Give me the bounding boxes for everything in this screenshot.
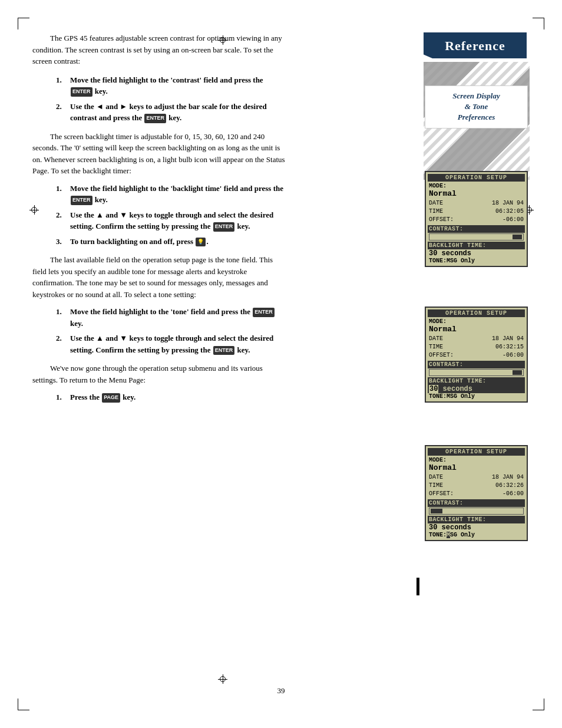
corner-mark-tl xyxy=(18,18,29,29)
corner-mark-br xyxy=(533,699,544,710)
screen3-date-label: DATE xyxy=(429,473,443,482)
screen1-header: OPERATION SETUP xyxy=(428,174,525,182)
screen2-mode-label: MODE: xyxy=(428,318,525,325)
screen3-mode-label: MODE: xyxy=(428,457,525,463)
screen3-mode-value: Normal xyxy=(428,463,525,473)
screen1-contrast-label: CONTRAST: xyxy=(428,225,525,233)
screen1-offset-label: OFFSET: xyxy=(429,216,454,224)
screen1-mode-label: MODE: xyxy=(428,183,525,189)
screen3-tone-row: TONE:MSG Only xyxy=(428,532,525,538)
subtitle-text: Screen Display & Tone Preferences xyxy=(431,91,521,123)
gps-screen-2: OPERATION SETUP MODE: Normal DATE 18 JAN… xyxy=(425,307,528,403)
screen3-header: OPERATION SETUP xyxy=(428,448,525,456)
screen1-date-value: 18 JAN 94 xyxy=(492,199,524,207)
screen1-time-row: TIME 06:32:05 xyxy=(428,207,525,216)
screen3-contrast-bar xyxy=(429,508,524,515)
backlight-step3: 3. To turn backlighting on and off, pres… xyxy=(56,236,286,248)
enter-key-5: ENTER xyxy=(253,308,275,317)
backlight-para: The screen backlight timer is adjustable… xyxy=(32,131,286,177)
page-number: 39 xyxy=(277,686,285,696)
screen1-contrast-fill xyxy=(513,235,522,239)
screen1-offset-value: -06:00 xyxy=(503,216,524,224)
screen3-time-value: 06:32:26 xyxy=(495,482,524,490)
screen3-tone-label: TONE: xyxy=(429,532,447,538)
screen1-date-row: DATE 18 JAN 94 xyxy=(428,199,525,207)
screen3-backlight-value: 30 seconds xyxy=(428,523,525,532)
screen3-date-value: 18 JAN 94 xyxy=(492,473,524,482)
page-key: PAGE xyxy=(102,393,120,403)
conclusion-para: We've now gone through the operation set… xyxy=(32,363,286,386)
screen2-offset-value: -06:00 xyxy=(503,351,524,360)
screen2-date-row: DATE 18 JAN 94 xyxy=(428,335,525,343)
enter-key-2: ENTER xyxy=(144,114,166,123)
screen2-time-value: 06:32:15 xyxy=(495,343,524,351)
reference-title: Reference xyxy=(432,38,518,54)
contrast-steps: 1. Move the field highlight to the 'cont… xyxy=(56,74,286,124)
crosshair-bottom-center xyxy=(218,674,227,684)
screen3-offset-label: OFFSET: xyxy=(429,490,454,498)
screen2-backlight-value: 3030 seconds seconds xyxy=(428,385,525,393)
vertical-bar xyxy=(416,578,419,595)
screen1-backlight-value: 30 seconds xyxy=(428,249,525,258)
screen1-tone-label: TONE: xyxy=(429,258,447,264)
screen2-contrast-bar xyxy=(429,369,524,376)
screen2-backlight-num: 30 xyxy=(429,385,438,393)
screen3-time-row: TIME 06:32:26 xyxy=(428,482,525,490)
intro-para1: The GPS 45 features adjustable screen co… xyxy=(32,32,286,67)
return-steps: 1. Press the PAGE key. xyxy=(56,391,286,403)
gps-screen-3: OPERATION SETUP MODE: Normal DATE 18 JAN… xyxy=(425,445,528,541)
return-step1: 1. Press the PAGE key. xyxy=(56,391,286,403)
screen1-tone-value: MSG Only xyxy=(447,258,475,264)
screen2-offset-row: OFFSET: -06:00 xyxy=(428,351,525,360)
tone-para: The last available field on the operatio… xyxy=(32,254,286,300)
screen1-mode-value: Normal xyxy=(428,189,525,199)
tone-steps: 1. Move the field highlight to the 'tone… xyxy=(56,306,286,355)
screen2-contrast-label: CONTRAST: xyxy=(428,361,525,368)
main-content: The GPS 45 features adjustable screen co… xyxy=(32,32,286,410)
screen1-backlight-label: BACKLIGHT TIME: xyxy=(428,242,525,249)
enter-key-3: ENTER xyxy=(71,196,92,205)
enter-key-4: ENTER xyxy=(213,222,235,232)
screen3-offset-row: OFFSET: -06:00 xyxy=(428,490,525,498)
screen1-time-value: 06:32:05 xyxy=(495,207,524,216)
screen2-tone-label: TONE: xyxy=(429,393,447,400)
screen1-tone-row: TONE:MSG Only xyxy=(428,258,525,264)
screen3-backlight-label: BACKLIGHT TIME: xyxy=(428,516,525,523)
screen1-contrast-bar xyxy=(429,233,524,241)
enter-key-1: ENTER xyxy=(71,87,92,97)
contrast-step2: 2. Use the ◄ and ► keys to adjust the ba… xyxy=(56,101,286,124)
corner-mark-tr xyxy=(533,18,544,29)
corner-mark-bl xyxy=(18,699,29,710)
screen2-date-label: DATE xyxy=(429,335,443,343)
bulb-key: 💡 xyxy=(196,238,206,247)
screen2-time-label: TIME xyxy=(429,343,443,351)
screen1-date-label: DATE xyxy=(429,199,443,207)
subtitle-box: Screen Display & Tone Preferences xyxy=(425,85,528,129)
screen3-contrast-label: CONTRAST: xyxy=(428,499,525,507)
screen2-tone-value: MSG Only xyxy=(447,393,475,400)
reference-box: Reference xyxy=(424,32,527,58)
screen3-time-label: TIME xyxy=(429,482,443,490)
backlight-step1: 1. Move the field highlight to the 'back… xyxy=(56,183,286,206)
backlight-steps: 1. Move the field highlight to the 'back… xyxy=(56,183,286,248)
tone-step1: 1. Move the field highlight to the 'tone… xyxy=(56,306,286,329)
screen3-tone-rest: SG Only xyxy=(450,532,475,538)
gps-screen-1: OPERATION SETUP MODE: Normal DATE 18 JAN… xyxy=(425,171,528,267)
screen3-offset-value: -06:00 xyxy=(503,490,524,498)
screen2-date-value: 18 JAN 94 xyxy=(492,335,524,343)
screen3-contrast-left-fill xyxy=(431,509,442,513)
backlight-step2: 2. Use the ▲ and ▼ keys to toggle throug… xyxy=(56,209,286,232)
screen2-contrast-fill xyxy=(513,370,522,375)
screen2-backlight-label-highlight: BACKLIGHT TIME: xyxy=(428,377,525,385)
tone-step2: 2. Use the ▲ and ▼ keys to toggle throug… xyxy=(56,332,286,355)
screen1-offset-row: OFFSET: -06:00 xyxy=(428,216,525,224)
screen2-header: OPERATION SETUP xyxy=(428,309,525,317)
enter-key-6: ENTER xyxy=(213,346,235,355)
screen3-date-row: DATE 18 JAN 94 xyxy=(428,473,525,482)
screen2-offset-label: OFFSET: xyxy=(429,351,454,360)
screen2-mode-value: Normal xyxy=(428,325,525,335)
screen2-tone-row: TONE:MSG Only xyxy=(428,393,525,400)
screen2-time-row: TIME 06:32:15 xyxy=(428,343,525,351)
contrast-step1: 1. Move the field highlight to the 'cont… xyxy=(56,74,286,97)
screen1-time-label: TIME xyxy=(429,207,443,216)
